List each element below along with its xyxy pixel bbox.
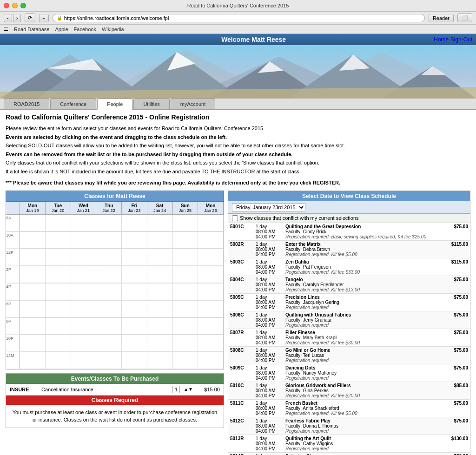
cell-10p-8[interactable]	[198, 335, 224, 352]
cell-10a-4[interactable]	[96, 232, 122, 249]
class-row[interactable]: 5009C 1 day 08:00 AM 04:00 PM Dancing Do…	[228, 364, 470, 382]
home-link[interactable]: Home	[434, 36, 449, 43]
class-row[interactable]: 5002R 1 day 08:00 AM 04:00 PM Enter the …	[228, 241, 470, 258]
cell-4p-3[interactable]	[71, 284, 97, 300]
cell-10a-3[interactable]	[71, 232, 97, 249]
cell-8p-3[interactable]	[71, 318, 97, 335]
cell-10p-1[interactable]	[20, 335, 46, 352]
cell-2p-4[interactable]	[96, 266, 122, 283]
cell-6p-5[interactable]	[122, 301, 147, 317]
cell-12m-8[interactable]	[198, 352, 224, 369]
cell-6p-6[interactable]	[147, 301, 173, 317]
cell-12m-3[interactable]	[71, 352, 97, 369]
cell-4p-8[interactable]	[198, 284, 224, 300]
cell-4p-5[interactable]	[122, 284, 147, 300]
maximize-button[interactable]	[20, 3, 26, 8]
tab-road2015[interactable]: ROAD2015	[4, 99, 49, 109]
bookmark-road-database[interactable]: Road Database	[14, 26, 49, 32]
cell-8a-8[interactable]	[198, 215, 224, 231]
cell-8p-4[interactable]	[96, 318, 122, 335]
reload-button[interactable]: ⟳	[25, 13, 35, 22]
cell-10p-5[interactable]	[122, 335, 147, 352]
new-tab-button[interactable]: +	[39, 14, 48, 22]
cell-2p-5[interactable]	[122, 266, 147, 283]
class-row[interactable]: 5006C 1 day 08:00 AM 04:00 PM Quilting w…	[228, 311, 470, 329]
url-input[interactable]	[64, 15, 421, 21]
cell-6p-3[interactable]	[71, 301, 97, 317]
cell-10p-3[interactable]	[71, 335, 97, 352]
date-select[interactable]: Friday, January 23rd 2015	[232, 203, 305, 211]
cell-8a-5[interactable]	[122, 215, 147, 231]
cell-6p-1[interactable]	[20, 301, 46, 317]
bookmark-apple[interactable]: Apple	[55, 26, 68, 32]
cell-4p-4[interactable]	[96, 284, 122, 300]
cell-10a-1[interactable]	[20, 232, 46, 249]
insure-qty-arrows[interactable]: ▲▼	[184, 387, 193, 392]
cell-2p-7[interactable]	[173, 266, 198, 283]
tab-people[interactable]: People	[97, 99, 132, 110]
cell-8p-5[interactable]	[122, 318, 147, 335]
cell-10p-7[interactable]	[173, 335, 198, 352]
tab-utilities[interactable]: Utilities	[133, 99, 169, 109]
cell-8p-6[interactable]	[147, 318, 173, 335]
class-row[interactable]: 5007R 1 day 08:00 AM 04:00 PM Filler Fin…	[228, 329, 470, 347]
signout-link[interactable]: Sign-Out	[450, 36, 472, 43]
class-row[interactable]: 5008C 1 day 08:00 AM 04:00 PM Go Mini or…	[228, 347, 470, 364]
cell-12m-7[interactable]	[173, 352, 198, 369]
cell-12m-5[interactable]	[122, 352, 147, 369]
cell-12p-4[interactable]	[96, 249, 122, 266]
cell-4p-6[interactable]	[147, 284, 173, 300]
cell-12m-6[interactable]	[147, 352, 173, 369]
cell-10a-2[interactable]	[46, 232, 71, 249]
class-row[interactable]: 5005C 1 day 08:00 AM 04:00 PM Precision …	[228, 294, 470, 311]
cell-10a-8[interactable]	[198, 232, 224, 249]
cell-8a-7[interactable]	[173, 215, 198, 231]
cell-12p-5[interactable]	[122, 249, 147, 266]
reader-button[interactable]: Reader	[429, 14, 454, 22]
cell-12p-8[interactable]	[198, 249, 224, 266]
class-row[interactable]: 5014C 1 day 08:00 AM 04:00 PM Spinning S…	[228, 453, 470, 455]
cell-2p-6[interactable]	[147, 266, 173, 283]
cell-12m-2[interactable]	[46, 352, 71, 369]
cell-4p-7[interactable]	[173, 284, 198, 300]
show-conflicts-checkbox[interactable]	[232, 215, 238, 221]
cell-4p-1[interactable]	[20, 284, 46, 300]
cell-8a-1[interactable]	[20, 215, 46, 231]
cell-12p-2[interactable]	[46, 249, 71, 266]
insure-qty[interactable]: 1	[172, 386, 180, 393]
bookmark-wikipedia[interactable]: Wikipedia	[102, 26, 124, 32]
cell-8p-1[interactable]	[20, 318, 46, 335]
cell-4p-2[interactable]	[46, 284, 71, 300]
close-button[interactable]	[4, 3, 9, 8]
cell-12m-4[interactable]	[96, 352, 122, 369]
cell-8a-6[interactable]	[147, 215, 173, 231]
cell-2p-1[interactable]	[20, 266, 46, 283]
cell-8p-7[interactable]	[173, 318, 198, 335]
cell-8p-2[interactable]	[46, 318, 71, 335]
cell-10a-6[interactable]	[147, 232, 173, 249]
cell-2p-3[interactable]	[71, 266, 97, 283]
cell-8a-3[interactable]	[71, 215, 97, 231]
cell-10p-4[interactable]	[96, 335, 122, 352]
cell-10a-7[interactable]	[173, 232, 198, 249]
cell-6p-2[interactable]	[46, 301, 71, 317]
minimize-button[interactable]	[12, 3, 18, 8]
cell-8p-8[interactable]	[198, 318, 224, 335]
cell-10a-5[interactable]	[122, 232, 147, 249]
forward-button[interactable]: ›	[13, 14, 21, 22]
cell-12p-7[interactable]	[173, 249, 198, 266]
cell-6p-7[interactable]	[173, 301, 198, 317]
class-row[interactable]: 5011C 1 day 08:00 AM 04:00 PM French Bas…	[228, 400, 470, 417]
class-row[interactable]: 5010C 1 day 08:00 AM 04:00 PM Glorious G…	[228, 382, 470, 400]
cell-12p-3[interactable]	[71, 249, 97, 266]
fullscreen-button[interactable]: ⬜	[457, 13, 472, 22]
cell-8a-2[interactable]	[46, 215, 71, 231]
cell-12p-1[interactable]	[20, 249, 46, 266]
cell-2p-8[interactable]	[198, 266, 224, 283]
cell-6p-8[interactable]	[198, 301, 224, 317]
cell-12m-1[interactable]	[20, 352, 46, 369]
tab-myaccount[interactable]: myAccount	[171, 99, 215, 109]
class-row[interactable]: 5004C 1 day 08:00 AM 04:00 PM Tangelo Fa…	[228, 276, 470, 294]
cell-2p-2[interactable]	[46, 266, 71, 283]
cell-6p-4[interactable]	[96, 301, 122, 317]
